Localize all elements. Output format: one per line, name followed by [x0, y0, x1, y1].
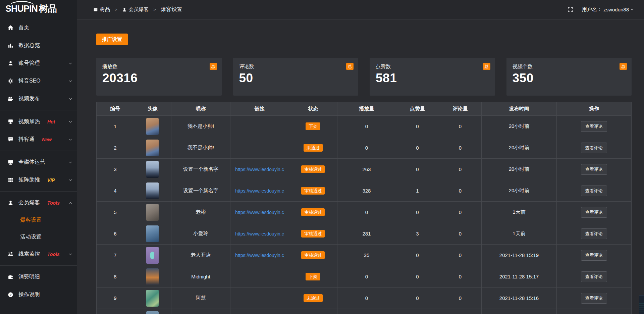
view-comments-button[interactable]: 查看评论 — [581, 164, 607, 175]
user-menu[interactable]: 用户名：zswodun88 — [582, 6, 634, 13]
sidebar-item-label: 抖客通 — [18, 136, 35, 143]
status-badge: 下架 — [306, 122, 320, 130]
cell-link: https://www.iesdouyin.c — [230, 223, 289, 245]
sidebar-subitem-活动设置[interactable]: 活动设置 — [0, 228, 77, 245]
gear-icon — [7, 78, 13, 84]
video-link[interactable]: https://www.iesdouyin.c — [235, 231, 284, 237]
view-comments-button[interactable]: 查看评论 — [581, 228, 607, 239]
sidebar-item-操作说明[interactable]: ?操作说明 — [0, 286, 77, 304]
cell-no: 7 — [97, 245, 134, 266]
sidebar-item-label: 抖音SEO — [18, 77, 41, 85]
bar-chart-icon — [7, 43, 13, 49]
table-row: 7老人开店https://www.iesdouyin.c审核通过35002021… — [97, 245, 632, 266]
cell-avatar — [134, 116, 171, 137]
cell-status: 审核通过 — [289, 202, 337, 223]
cell-status: 下架 — [289, 266, 337, 287]
app-logo[interactable]: SHUPIN 树品 — [0, 0, 77, 17]
view-comments-button[interactable]: 查看评论 — [581, 207, 607, 218]
member-icon — [7, 200, 13, 206]
breadcrumb-label: 爆客设置 — [161, 6, 182, 13]
view-comments-button[interactable]: 查看评论 — [581, 293, 607, 304]
cell-time: 1天前 — [482, 202, 556, 223]
cell-nickname: 设置一个新名字 — [171, 159, 230, 180]
video-camera-icon — [7, 96, 13, 102]
video-link[interactable]: https://www.iesdouyin.c — [235, 253, 284, 258]
cell-nickname: 我不是小帅! — [171, 137, 230, 159]
promo-settings-button[interactable]: 推广设置 — [96, 34, 128, 45]
sidebar-item-首页[interactable]: 首页 — [0, 19, 77, 37]
cell-no — [97, 309, 134, 314]
video-link[interactable]: https://www.iesdouyin.c — [235, 188, 284, 194]
breadcrumb-item-会员爆客[interactable]: 会员爆客 — [122, 6, 149, 13]
cell-status: 审核通过 — [289, 223, 337, 245]
cell-likes: 1 — [396, 180, 439, 202]
fullscreen-icon[interactable] — [568, 7, 573, 12]
cell-action: 查看评论 — [556, 202, 631, 223]
view-comments-button[interactable]: 查看评论 — [581, 250, 607, 261]
cell-comments: 0 — [439, 159, 482, 180]
status-badge: 审核通过 — [301, 208, 325, 216]
video-link[interactable]: https://www.iesdouyin.c — [235, 167, 284, 172]
cell-avatar — [134, 245, 171, 266]
sidebar-item-抖音SEO[interactable]: 抖音SEO — [0, 72, 77, 90]
stat-card-value: 50 — [239, 71, 353, 85]
cell-plays: 35 — [337, 245, 396, 266]
sidebar-divider — [0, 151, 77, 151]
sidebar-item-矩阵助推[interactable]: 矩阵助推VIP — [0, 171, 77, 189]
view-comments-button[interactable]: 查看评论 — [581, 121, 607, 132]
sidebar-subitem-爆客设置[interactable]: 爆客设置 — [0, 212, 77, 228]
cell-avatar — [134, 202, 171, 223]
sidebar-item-数据总览[interactable]: 数据总览 — [0, 37, 77, 54]
sidebar-item-label: 消费明细 — [18, 273, 40, 280]
sidebar-item-抖客通[interactable]: 抖客通New — [0, 130, 77, 148]
cell-action: 查看评论 — [556, 137, 631, 159]
sidebar-item-会员爆客[interactable]: 会员爆客Tools — [0, 194, 77, 212]
wallet-icon — [7, 274, 13, 280]
total-badge: 总 — [483, 63, 490, 70]
sidebar-divider — [0, 265, 77, 266]
cell-comments: 0 — [439, 137, 482, 159]
cell-plays: 0 — [337, 116, 396, 137]
sidebar-item-账号管理[interactable]: 账号管理 — [0, 54, 77, 72]
floating-widget[interactable] — [639, 295, 644, 314]
data-table: 编号头像昵称链接状态播放量点赞量评论量发布时间操作 1我不是小帅!下架00020… — [96, 102, 632, 314]
sidebar-item-label: 首页 — [18, 24, 29, 31]
sidebar-item-全媒体运营[interactable]: 全媒体运营 — [0, 153, 77, 171]
sidebar-item-label: 线索监控 — [18, 251, 40, 258]
status-badge: 未通过 — [304, 144, 323, 152]
sidebar-item-视频发布[interactable]: 视频发布 — [0, 90, 77, 108]
cell-likes: 0 — [396, 137, 439, 159]
cell-link: https://www.iesdouyin.c — [230, 159, 289, 180]
view-comments-button[interactable]: 查看评论 — [581, 271, 607, 282]
cell-nickname: 老彬 — [171, 202, 230, 223]
cell-nickname: 小爱玲 — [171, 223, 230, 245]
video-link[interactable]: https://www.iesdouyin.c — [235, 210, 284, 215]
sidebar-item-视频加热[interactable]: 视频加热Hot — [0, 113, 77, 130]
breadcrumb-item-树品[interactable]: 树品 — [93, 6, 110, 13]
cell-link — [230, 287, 289, 309]
cell-plays: 0 — [337, 137, 396, 159]
cell-likes: 0 — [396, 116, 439, 137]
user-icon — [122, 7, 127, 12]
sidebar-menu: 首页数据总览账号管理抖音SEO视频发布视频加热Hot抖客通New全媒体运营矩阵助… — [0, 17, 77, 304]
sidebar-item-消费明细[interactable]: 消费明细 — [0, 268, 77, 286]
cell-likes — [396, 309, 439, 314]
cell-action: 查看评论 — [556, 287, 631, 309]
cell-status: 未通过 — [289, 137, 337, 159]
cell-avatar — [134, 266, 171, 287]
view-comments-button[interactable]: 查看评论 — [581, 143, 607, 153]
sidebar-divider — [0, 110, 77, 110]
chevron-down-icon — [68, 97, 72, 101]
view-comments-button[interactable]: 查看评论 — [581, 186, 607, 196]
cell-action: 查看评论 — [556, 223, 631, 245]
stat-card-播放数: 播放数总20316 — [96, 58, 222, 96]
sidebar-item-label: 账号管理 — [18, 60, 40, 67]
cell-nickname: 我不是小帅! — [171, 116, 230, 137]
cell-time: 2021-11-28 15:17 — [482, 266, 556, 287]
cell-action — [556, 309, 631, 314]
cell-time: 20小时前 — [482, 159, 556, 180]
table-row: 5老彬https://www.iesdouyin.c审核通过0001天前查看评论 — [97, 202, 632, 223]
avatar — [146, 161, 159, 178]
cell-likes: 0 — [396, 202, 439, 223]
sidebar-item-线索监控[interactable]: 线索监控Tools — [0, 245, 77, 263]
